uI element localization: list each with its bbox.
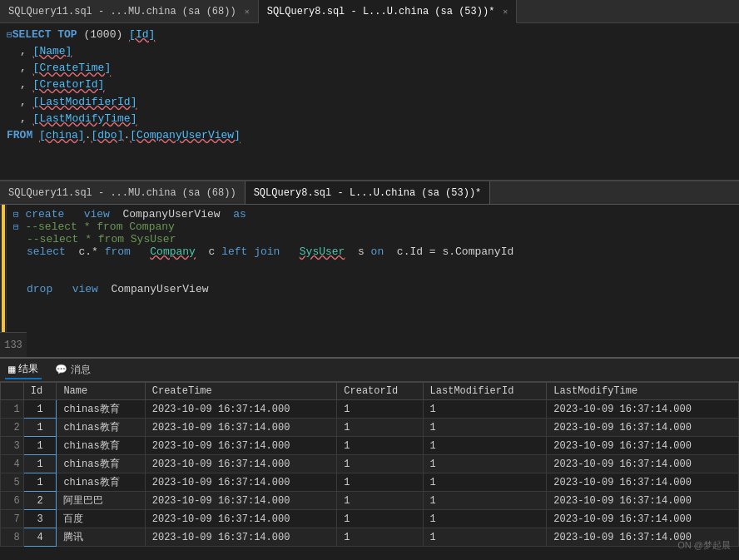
code-line <box>13 270 732 283</box>
grid-icon: ▦ <box>8 362 15 376</box>
code-line: FROM [china] . [dbo] . [CompanyUserView] <box>7 127 732 144</box>
table-cell: 腾讯 <box>57 528 145 547</box>
code-line: , [CreatorId] <box>7 77 732 93</box>
code-line: select c.* from Company c left join SysU… <box>13 245 732 258</box>
cell-id: 3 <box>23 510 57 528</box>
code-line: ⊟ SELECT TOP (1000) [Id] <box>7 27 732 43</box>
results-bar: ▦ 结果 💬 消息 <box>0 359 739 382</box>
code-line: , [LastModifierId] <box>7 94 732 111</box>
results-tab-grid[interactable]: ▦ 结果 <box>5 360 42 379</box>
results-table: Id Name CreateTime CreatorId LastModifie… <box>0 382 739 547</box>
results-table-wrap: Id Name CreateTime CreatorId LastModifie… <box>0 382 739 560</box>
panel2-tab1-label: SQLQuery11.sql - ...MU.china (sa (68)) <box>8 187 236 199</box>
row-number: 5 <box>1 473 24 492</box>
results-tab-label: 结果 <box>18 362 38 376</box>
cell-id: 1 <box>23 419 57 437</box>
row-number: 1 <box>1 400 24 419</box>
tab-sqlquery8[interactable]: SQLQuery8.sql - L...U.china (sa (53))* ✕ <box>259 0 518 23</box>
table-cell: 1 <box>423 510 547 528</box>
upper-editor-panel: ⊟ SELECT TOP (1000) [Id] , [Name] , [Cre… <box>0 23 739 181</box>
panel2-tab2-label: SQLQuery8.sql - L...U.china (sa (53))* <box>254 187 482 199</box>
table-cell: 1 <box>423 419 547 437</box>
col-id: Id <box>23 383 57 400</box>
tab-close-1[interactable]: ✕ <box>245 7 250 17</box>
col-creatorid: CreatorId <box>337 383 423 400</box>
table-cell: 2023-10-09 16:37:14.000 <box>145 400 337 419</box>
table-row[interactable]: 84腾讯2023-10-09 16:37:14.000112023-10-09 … <box>1 528 739 547</box>
col-rownum <box>1 383 24 400</box>
editor-content-1[interactable]: ⊟ SELECT TOP (1000) [Id] , [Name] , [Cre… <box>0 23 739 147</box>
code-line: , [CreateTime] <box>7 60 732 77</box>
table-row[interactable]: 51chinas教育2023-10-09 16:37:14.000112023-… <box>1 473 739 492</box>
table-cell: 2023-10-09 16:37:14.000 <box>145 419 337 437</box>
table-cell: 2023-10-09 16:37:14.000 <box>145 492 337 510</box>
panel2-tab-1[interactable]: SQLQuery11.sql - ...MU.china (sa (68)) <box>0 181 246 204</box>
results-tab-msg[interactable]: 💬 消息 <box>52 361 94 379</box>
row-number: 8 <box>1 528 24 547</box>
table-cell: 1 <box>337 437 423 455</box>
watermark: ON @梦起晨 <box>677 539 731 552</box>
code-line: --select * from SysUser <box>13 233 732 245</box>
row-number: 6 <box>1 492 24 510</box>
table-cell: 2023-10-09 16:37:14.000 <box>547 455 739 473</box>
col-createtime: CreateTime <box>145 383 337 400</box>
row-number: 7 <box>1 510 24 528</box>
code-line: , [Name] <box>7 43 732 60</box>
table-cell: chinas教育 <box>57 400 145 419</box>
results-msg-label: 消息 <box>71 363 91 377</box>
table-cell: 1 <box>337 419 423 437</box>
table-cell: 2023-10-09 16:37:14.000 <box>547 510 739 528</box>
table-cell: 1 <box>337 455 423 473</box>
table-cell: 2023-10-09 16:37:14.000 <box>547 473 739 492</box>
table-row[interactable]: 11chinas教育2023-10-09 16:37:14.000112023-… <box>1 400 739 419</box>
table-row[interactable]: 73百度2023-10-09 16:37:14.000112023-10-09 … <box>1 510 739 528</box>
table-cell: 2023-10-09 16:37:14.000 <box>145 455 337 473</box>
msg-icon: 💬 <box>55 364 67 376</box>
table-cell: 2023-10-09 16:37:14.000 <box>547 437 739 455</box>
line-number: 133 <box>0 332 27 357</box>
table-cell: 1 <box>423 437 547 455</box>
table-cell: chinas教育 <box>57 473 145 492</box>
code-line: , [LastModifyTime] <box>7 111 732 127</box>
collapse-icon-3[interactable]: ⊟ <box>13 222 19 232</box>
table-cell: 2023-10-09 16:37:14.000 <box>145 437 337 455</box>
table-cell: 阿里巴巴 <box>57 492 145 510</box>
row-number: 2 <box>1 419 24 437</box>
cell-id: 1 <box>23 455 57 473</box>
tab-close-2[interactable]: ✕ <box>503 7 508 17</box>
table-cell: chinas教育 <box>57 455 145 473</box>
code-line <box>13 258 732 270</box>
table-row[interactable]: 31chinas教育2023-10-09 16:37:14.000112023-… <box>1 437 739 455</box>
table-cell: 2023-10-09 16:37:14.000 <box>145 528 337 547</box>
collapse-icon-2[interactable]: ⊟ <box>13 210 19 220</box>
table-cell: 1 <box>423 492 547 510</box>
table-row[interactable]: 41chinas教育2023-10-09 16:37:14.000112023-… <box>1 455 739 473</box>
table-row[interactable]: 21chinas教育2023-10-09 16:37:14.000112023-… <box>1 419 739 437</box>
panel2-tab-2[interactable]: SQLQuery8.sql - L...U.china (sa (53))* <box>246 181 491 204</box>
table-cell: 1 <box>337 400 423 419</box>
col-lastmodifierid: LastModifierId <box>423 383 547 400</box>
cell-id: 1 <box>23 473 57 492</box>
table-cell: 1 <box>423 455 547 473</box>
table-row[interactable]: 62阿里巴巴2023-10-09 16:37:14.000112023-10-0… <box>1 492 739 510</box>
cell-id: 2 <box>23 492 57 510</box>
collapse-icon[interactable]: ⊟ <box>7 28 12 42</box>
tab-sqlquery11[interactable]: SQLQuery11.sql - ...MU.china (sa (68)) ✕ <box>0 0 259 22</box>
table-header: Id Name CreateTime CreatorId LastModifie… <box>1 383 739 400</box>
lower-editor-content[interactable]: ⊟ create view CompanyUserView as ⊟ --sel… <box>7 205 739 357</box>
table-cell: 1 <box>423 528 547 547</box>
cell-id: 1 <box>23 437 57 455</box>
code-line: ⊟ --select * from Company <box>13 221 732 233</box>
table-cell: 1 <box>337 473 423 492</box>
row-number: 3 <box>1 437 24 455</box>
table-cell: 1 <box>337 492 423 510</box>
table-cell: 1 <box>423 473 547 492</box>
tab-bar: SQLQuery11.sql - ...MU.china (sa (68)) ✕… <box>0 0 739 23</box>
table-cell: 2023-10-09 16:37:14.000 <box>547 492 739 510</box>
code-line: ⊟ create view CompanyUserView as <box>13 208 732 221</box>
table-cell: 1 <box>423 400 547 419</box>
table-cell: 百度 <box>57 510 145 528</box>
lower-editor-panel: ⊟ create view CompanyUserView as ⊟ --sel… <box>0 205 739 359</box>
cell-id: 1 <box>23 400 57 419</box>
code-line: drop view CompanyUserView <box>13 283 732 295</box>
